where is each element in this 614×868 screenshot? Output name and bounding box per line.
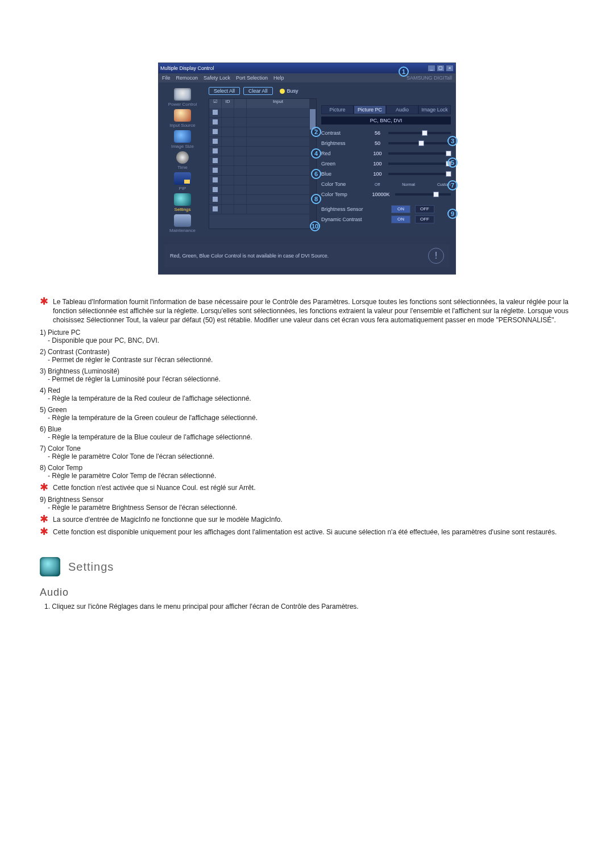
col-id: ID	[222, 99, 234, 108]
intro-paragraph: Le Tableau d'Information fournit l'infor…	[53, 297, 574, 325]
star-icon: ✱	[40, 528, 48, 537]
list-row[interactable]	[209, 166, 309, 176]
sidebar-item-maintenance[interactable]: Maintenance	[162, 214, 203, 233]
menu-item[interactable]: File	[162, 75, 171, 81]
bsensor-off-button[interactable]: OFF	[415, 205, 434, 213]
clock-icon	[176, 151, 189, 164]
dcontrast-on-button[interactable]: ON	[391, 215, 410, 223]
sidebar-item-input[interactable]: Input Source	[162, 109, 203, 128]
row-brightness-sensor: Brightness Sensor ON OFF	[321, 204, 451, 214]
window-minimize-icon[interactable]: _	[428, 65, 435, 72]
tab-picture[interactable]: Picture	[321, 105, 354, 114]
row-brightness: Brightness 50	[321, 138, 451, 148]
list-row[interactable]	[209, 137, 309, 147]
star-icon: ✱	[40, 297, 48, 325]
item-label: 2) Contrast (Contraste)	[40, 348, 574, 356]
star-icon: ✱	[40, 515, 48, 524]
callout-5: 5	[447, 157, 458, 168]
row-red: Red 100	[321, 148, 451, 159]
tab-image-lock[interactable]: Image Lock	[418, 105, 451, 114]
list-row[interactable]	[209, 195, 309, 205]
note-paragraph: Cette fonction est disponible uniquement…	[53, 528, 557, 537]
app-window: Multiple Display Control _ ▢ × File Remo…	[158, 63, 456, 275]
display-list: ☑ ID Input	[209, 98, 317, 229]
sidebar-item-time[interactable]: Time	[162, 151, 203, 170]
list-row[interactable]	[209, 185, 309, 195]
pip-icon	[174, 172, 191, 185]
tab-audio[interactable]: Audio	[386, 105, 418, 114]
item-label: 3) Brightness (Luminosité)	[40, 367, 574, 375]
list-row[interactable]	[209, 176, 309, 185]
sidebar: Power Control Input Source Image Size Ti…	[159, 82, 206, 236]
sidebar-item-imagesize[interactable]: Image Size	[162, 130, 203, 149]
settings-tabs: Picture Picture PC Audio Image Lock	[321, 105, 451, 114]
image-size-icon	[174, 130, 191, 143]
colortemp-slider[interactable]	[395, 193, 451, 196]
row-colortone: Color Tone Off Normal Custom	[321, 179, 451, 189]
titlebar: Multiple Display Control _ ▢ ×	[159, 63, 455, 73]
blue-slider[interactable]	[388, 173, 451, 175]
list-row[interactable]	[209, 108, 309, 118]
item-desc: Permet de régler la Luminosité pour l'éc…	[48, 375, 574, 383]
menu-item[interactable]: Safety Lock	[204, 75, 230, 81]
list-row[interactable]	[209, 205, 309, 214]
item-label: 5) Green	[40, 406, 574, 414]
audio-step-1: 1. Cliquez sur l'icône Réglages dans le …	[44, 602, 574, 611]
note-bar: Red, Green, Blue Color Control is not av…	[164, 244, 450, 267]
section-heading-settings: Settings	[40, 557, 574, 576]
col-status	[234, 99, 247, 108]
item-desc: Règle la température de la Green couleur…	[48, 414, 574, 422]
contrast-slider[interactable]	[388, 132, 451, 134]
mode-banner: PC, BNC, DVI	[321, 117, 451, 124]
item-label: 6) Blue	[40, 425, 574, 433]
row-green: Green 100	[321, 159, 451, 169]
list-row[interactable]	[209, 127, 309, 137]
bsensor-on-button[interactable]: ON	[391, 205, 410, 213]
note-paragraph: Cette fonction n'est activée que si Nuan…	[53, 483, 255, 492]
item-desc: Règle le paramètre Color Temp de l'écran…	[48, 472, 574, 480]
callout-2: 2	[311, 127, 321, 137]
menu-item[interactable]: Help	[273, 75, 284, 81]
clear-all-button[interactable]: Clear All	[243, 87, 273, 95]
item-label: 1) Picture PC	[40, 329, 574, 337]
input-source-icon	[174, 109, 191, 122]
item-label: 8) Color Temp	[40, 464, 574, 472]
callout-10: 10	[310, 221, 320, 231]
settings-section-icon	[40, 557, 60, 576]
tab-picture-pc[interactable]: Picture PC	[354, 105, 386, 114]
scrollbar[interactable]	[309, 99, 316, 229]
list-row[interactable]	[209, 147, 309, 156]
maintenance-icon	[174, 214, 191, 227]
list-row[interactable]	[209, 118, 309, 127]
item-label: 9) Brightness Sensor	[40, 496, 574, 504]
note-text: Red, Green, Blue Color Control is not av…	[170, 253, 329, 259]
window-close-icon[interactable]: ×	[446, 65, 454, 72]
callout-4: 4	[311, 148, 321, 159]
power-icon	[174, 88, 191, 101]
main-panel: Select All Clear All Busy ☑ ID Input	[206, 82, 455, 236]
col-check[interactable]: ☑	[209, 99, 222, 108]
dcontrast-off-button[interactable]: OFF	[415, 215, 434, 223]
item-label: 7) Color Tone	[40, 445, 574, 452]
item-desc: Règle le paramètre Brightness Sensor de …	[48, 504, 574, 512]
window-maximize-icon[interactable]: ▢	[437, 65, 445, 72]
audio-heading: Audio	[40, 587, 574, 599]
green-slider[interactable]	[388, 163, 451, 165]
list-row[interactable]	[209, 156, 309, 166]
sidebar-item-pip[interactable]: PIP	[162, 172, 203, 191]
colortone-control[interactable]: Off Normal Custom	[375, 182, 451, 186]
callout-1: 1	[399, 67, 409, 77]
menu-item[interactable]: Port Selection	[236, 75, 268, 81]
brightness-slider[interactable]	[388, 142, 451, 144]
brand-label: SAMSUNG DIGITall	[406, 75, 452, 81]
sidebar-item-power[interactable]: Power Control	[162, 88, 203, 107]
select-all-button[interactable]: Select All	[209, 87, 240, 95]
red-slider[interactable]	[388, 152, 451, 155]
sidebar-item-settings[interactable]: Settings	[162, 193, 203, 212]
row-blue: Blue 100	[321, 169, 451, 179]
document-body: ✱ Le Tableau d'Information fournit l'inf…	[40, 297, 574, 611]
menu-item[interactable]: Remocon	[176, 75, 198, 81]
item-desc: Permet de régler le Contraste sur l'écra…	[48, 356, 574, 364]
settings-icon	[174, 193, 191, 206]
callout-6: 6	[311, 169, 321, 179]
